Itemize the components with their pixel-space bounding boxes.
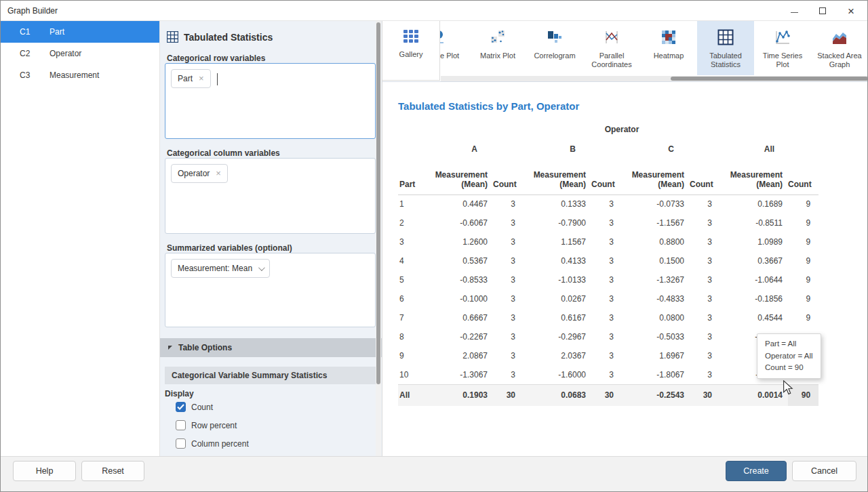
checkbox-icon[interactable]: [176, 420, 186, 430]
count-value[interactable]: 3: [591, 308, 622, 327]
count-value[interactable]: 3: [493, 289, 524, 308]
mean-value[interactable]: -0.7900: [524, 213, 591, 232]
chevron-down-icon[interactable]: [258, 264, 265, 271]
close-button[interactable]: ×: [837, 1, 865, 21]
mean-value[interactable]: 0.1903: [425, 384, 493, 406]
variable-chip-operator[interactable]: Operator ×: [171, 164, 228, 183]
count-value[interactable]: 3: [690, 251, 720, 270]
count-value[interactable]: 9: [788, 289, 818, 308]
mean-value[interactable]: -0.2967: [524, 327, 591, 346]
mean-value[interactable]: -1.3067: [425, 365, 493, 384]
count-value[interactable]: 30: [493, 384, 524, 406]
mean-value[interactable]: 0.4544: [720, 308, 788, 327]
count-value[interactable]: 3: [591, 365, 622, 384]
count-value[interactable]: 9: [788, 232, 818, 251]
count-value[interactable]: 3: [690, 327, 720, 346]
count-value[interactable]: 3: [690, 213, 720, 232]
mean-value[interactable]: 1.6967: [622, 346, 690, 365]
count-value[interactable]: 3: [591, 213, 622, 232]
panel-scrollbar[interactable]: [376, 21, 381, 456]
sidebar-item-operator[interactable]: C2 Operator: [1, 43, 159, 64]
count-value[interactable]: 3: [493, 365, 524, 384]
create-button[interactable]: Create: [726, 461, 787, 481]
variable-chip-measurement-mean[interactable]: Measurement: Mean: [171, 259, 270, 278]
mean-value[interactable]: 1.1567: [524, 232, 591, 251]
help-button[interactable]: Help: [13, 461, 76, 481]
mean-value[interactable]: 1.0989: [720, 232, 788, 251]
scrollbar-thumb[interactable]: [376, 22, 380, 384]
summarized-variables-dropzone[interactable]: Measurement: Mean: [165, 253, 376, 327]
gallery-item-heatmap[interactable]: Heatmap: [640, 21, 697, 75]
mean-value[interactable]: 2.0367: [524, 346, 591, 365]
count-value[interactable]: 3: [591, 194, 622, 213]
gallery-item-matrix-plot[interactable]: Matrix Plot: [469, 21, 526, 75]
mean-value[interactable]: 0.4133: [524, 251, 591, 270]
count-value[interactable]: 3: [690, 289, 720, 308]
count-value[interactable]: 9: [788, 251, 818, 270]
mean-value[interactable]: 0.0014: [720, 384, 788, 406]
count-value[interactable]: 30: [591, 384, 622, 406]
count-value[interactable]: 3: [493, 213, 524, 232]
mean-value[interactable]: -0.4833: [622, 289, 690, 308]
variable-chip-part[interactable]: Part ×: [171, 69, 211, 88]
mean-value[interactable]: -0.6067: [425, 213, 493, 232]
mean-value[interactable]: -0.8511: [720, 213, 788, 232]
gallery-scrollbar[interactable]: [441, 76, 868, 81]
count-value[interactable]: 3: [493, 251, 524, 270]
count-value[interactable]: 3: [591, 270, 622, 289]
count-value[interactable]: 3: [493, 308, 524, 327]
count-value[interactable]: 3: [591, 232, 622, 251]
scrollbar-thumb[interactable]: [671, 77, 868, 81]
mean-value[interactable]: -0.1856: [720, 289, 788, 308]
count-value[interactable]: 3: [690, 232, 720, 251]
mean-value[interactable]: -0.2267: [425, 327, 493, 346]
count-value[interactable]: 3: [591, 289, 622, 308]
mean-value[interactable]: -0.5033: [622, 327, 690, 346]
count-value[interactable]: 3: [690, 365, 720, 384]
count-value[interactable]: 3: [591, 327, 622, 346]
mean-value[interactable]: 0.5367: [425, 251, 493, 270]
mean-value[interactable]: 0.8800: [622, 232, 690, 251]
reset-button[interactable]: Reset: [81, 461, 144, 481]
count-value[interactable]: 9: [788, 194, 818, 213]
count-value[interactable]: 3: [493, 194, 524, 213]
minimize-button[interactable]: [781, 1, 808, 21]
table-options-header[interactable]: Table Options: [160, 338, 382, 357]
mean-value[interactable]: 0.3667: [720, 251, 788, 270]
count-value[interactable]: 3: [591, 346, 622, 365]
mean-value[interactable]: -1.1567: [622, 213, 690, 232]
gallery-item-time-series-plot[interactable]: Time Series Plot: [754, 21, 811, 75]
count-value[interactable]: 3: [493, 232, 524, 251]
sidebar-item-part[interactable]: C1 Part: [1, 21, 159, 43]
gallery-item-correlogram[interactable]: Correlogram: [526, 21, 583, 75]
mean-value[interactable]: -0.2543: [622, 384, 690, 406]
checkbox-count[interactable]: Count: [176, 402, 213, 412]
checkbox-icon[interactable]: [176, 438, 186, 449]
count-value[interactable]: 3: [591, 251, 622, 270]
checkbox-icon[interactable]: [176, 402, 186, 412]
mean-value[interactable]: 0.0683: [524, 384, 591, 406]
mean-value[interactable]: 0.0800: [622, 308, 690, 327]
column-variables-dropzone[interactable]: Operator ×: [165, 158, 376, 234]
mean-value[interactable]: -1.3267: [622, 270, 690, 289]
sidebar-item-measurement[interactable]: C3 Measurement: [1, 64, 159, 86]
row-variables-dropzone[interactable]: Part ×: [165, 63, 376, 139]
count-value[interactable]: 30: [690, 384, 720, 406]
gallery-item-stacked-area-graph[interactable]: Stacked Area Graph: [811, 21, 868, 75]
count-value[interactable]: 3: [690, 308, 720, 327]
gallery-item-parallel-coordinates[interactable]: Parallel Coordinates: [583, 21, 640, 75]
count-value[interactable]: 3: [493, 327, 524, 346]
mean-value[interactable]: -1.8067: [622, 365, 690, 384]
count-value[interactable]: 3: [690, 270, 720, 289]
mean-value[interactable]: -1.0133: [524, 270, 591, 289]
mean-value[interactable]: 0.0267: [524, 289, 591, 308]
mean-value[interactable]: 0.4467: [425, 194, 493, 213]
gallery-item-gallery[interactable]: Gallery: [382, 21, 440, 81]
count-value[interactable]: 3: [493, 346, 524, 365]
count-value[interactable]: 9: [788, 308, 818, 327]
mean-value[interactable]: 0.1689: [720, 194, 788, 213]
mean-value[interactable]: 0.6667: [425, 308, 493, 327]
cancel-button[interactable]: Cancel: [792, 461, 856, 481]
mean-value[interactable]: -1.6000: [524, 365, 591, 384]
mean-value[interactable]: 0.6167: [524, 308, 591, 327]
